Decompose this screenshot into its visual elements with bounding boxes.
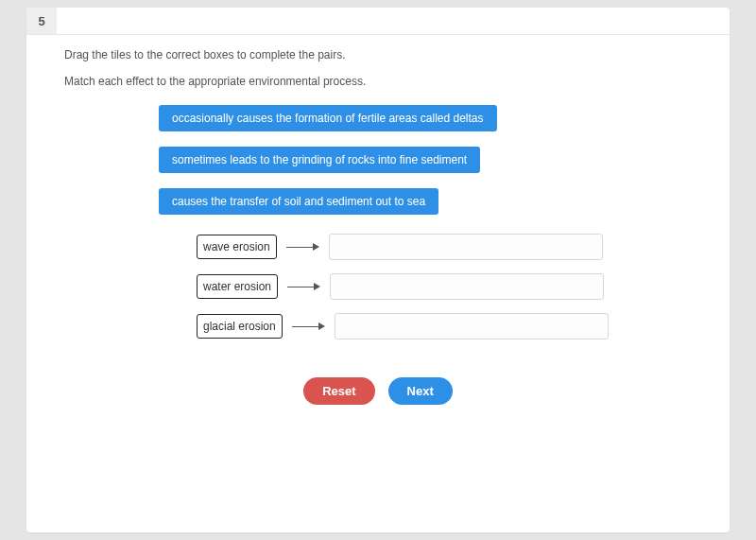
pair-row: wave erosion bbox=[197, 234, 692, 260]
question-number-bar: 5 bbox=[26, 8, 730, 35]
tile-option[interactable]: occasionally causes the formation of fer… bbox=[159, 105, 497, 131]
arrow-icon bbox=[292, 322, 325, 330]
instruction-secondary: Match each effect to the appropriate env… bbox=[64, 75, 692, 88]
question-number: 5 bbox=[26, 8, 57, 34]
instruction-primary: Drag the tiles to the correct boxes to c… bbox=[64, 48, 692, 61]
drop-zone[interactable] bbox=[335, 313, 609, 340]
question-content: Drag the tiles to the correct boxes to c… bbox=[26, 35, 730, 431]
question-card: 5 Drag the tiles to the correct boxes to… bbox=[26, 8, 730, 532]
drop-zone[interactable] bbox=[330, 273, 604, 300]
next-button[interactable]: Next bbox=[388, 377, 453, 405]
tile-option[interactable]: causes the transfer of soil and sediment… bbox=[159, 188, 438, 215]
pair-row: water erosion bbox=[197, 273, 692, 300]
controls: Reset Next bbox=[64, 377, 692, 405]
pair-targets: wave erosion water erosion glacial erosi… bbox=[197, 234, 692, 340]
target-label: water erosion bbox=[197, 274, 278, 299]
arrow-icon bbox=[286, 243, 319, 251]
draggable-tiles: occasionally causes the formation of fer… bbox=[159, 105, 692, 215]
target-label: wave erosion bbox=[197, 235, 277, 259]
arrow-icon bbox=[287, 283, 320, 290]
drop-zone[interactable] bbox=[329, 234, 603, 260]
reset-button[interactable]: Reset bbox=[303, 377, 374, 405]
target-label: glacial erosion bbox=[197, 314, 283, 339]
tile-option[interactable]: sometimes leads to the grinding of rocks… bbox=[159, 147, 480, 173]
pair-row: glacial erosion bbox=[197, 313, 692, 340]
